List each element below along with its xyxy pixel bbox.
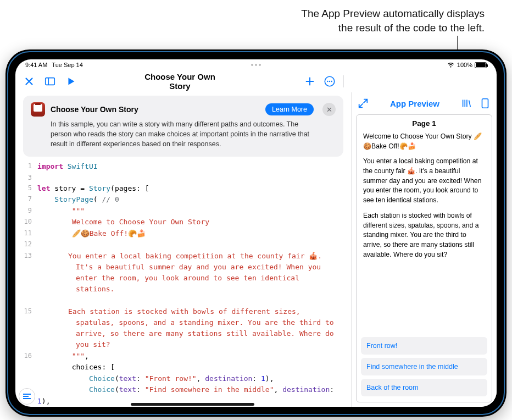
line-number: 12 — [15, 239, 37, 251]
code-line[interactable]: 15Each station is stocked with bowls of … — [15, 306, 351, 351]
sample-app-icon — [31, 102, 45, 117]
line-number: 5 — [15, 183, 37, 195]
library-icon[interactable] — [460, 97, 472, 109]
format-button[interactable] — [19, 388, 35, 405]
line-number: 9 — [15, 206, 37, 217]
line-number: 11 — [15, 228, 37, 240]
line-number: 3 — [15, 173, 37, 183]
code-source[interactable]: Choice(text: "Front row!", destination: … — [37, 373, 351, 385]
close-icon[interactable] — [23, 75, 35, 87]
svg-rect-6 — [482, 99, 488, 108]
svg-point-3 — [327, 81, 328, 82]
status-date: Tue Sep 14 — [52, 62, 82, 68]
home-indicator — [131, 403, 254, 406]
sidebar-toggle-icon[interactable] — [44, 75, 56, 87]
line-number — [15, 295, 37, 306]
code-line[interactable]: 12 — [15, 239, 351, 251]
line-number — [15, 373, 37, 385]
code-source[interactable]: import SwiftUI — [37, 161, 351, 173]
code-line[interactable] — [15, 295, 351, 306]
info-banner: Choose Your Own Story Learn More ✕ In th… — [23, 96, 343, 157]
code-source[interactable]: Welcome to Choose Your Own Story — [37, 217, 351, 228]
code-source[interactable] — [37, 295, 351, 306]
preview-paragraph: Each station is stocked with bowls of di… — [363, 211, 485, 259]
info-title: Choose Your Own Story — [51, 105, 260, 114]
code-line[interactable]: 1import SwiftUI — [15, 161, 351, 173]
code-line[interactable]: 5let story = Story(pages: [ — [15, 183, 351, 195]
preview-choice-button[interactable]: Front row! — [361, 337, 487, 355]
code-editor[interactable]: 1import SwiftUI35let story = Story(pages… — [15, 160, 351, 407]
code-line[interactable]: 3 — [15, 173, 351, 183]
toolbar-separator — [343, 75, 344, 87]
multitask-dots-icon[interactable] — [246, 64, 266, 67]
info-body: In this sample, you can write a story wi… — [31, 120, 336, 149]
code-line[interactable]: 13You enter a local baking competition a… — [15, 251, 351, 295]
status-time: 9:41 AM — [25, 62, 47, 68]
code-source[interactable] — [37, 173, 351, 183]
code-source[interactable]: """ — [37, 206, 351, 217]
main-split: Choose Your Own Story Learn More ✕ In th… — [15, 92, 497, 407]
line-number: 15 — [15, 306, 37, 351]
preview-paragraph: You enter a local baking competition at … — [363, 157, 485, 205]
line-number: 7 — [15, 194, 37, 206]
svg-point-4 — [329, 81, 330, 82]
editor-pane: Choose Your Own Story Learn More ✕ In th… — [15, 92, 351, 407]
code-source[interactable]: let story = Story(pages: [ — [37, 183, 351, 195]
code-source[interactable]: 🥖🍪Bake Off!🥐🍰 — [37, 228, 351, 240]
wifi-icon — [447, 62, 455, 68]
callout-line1: The App Preview automatically displays — [301, 8, 485, 19]
preview-title: App Preview — [390, 99, 439, 108]
dismiss-banner-button[interactable]: ✕ — [322, 103, 336, 116]
ipad-device-frame: 9:41 AM Tue Sep 14 100% Choose Your Own … — [5, 49, 507, 417]
preview-toolbar: App Preview — [352, 92, 497, 114]
code-source[interactable]: """, — [37, 351, 351, 362]
svg-rect-0 — [46, 78, 55, 85]
run-icon[interactable] — [65, 75, 77, 87]
line-number: 13 — [15, 251, 37, 295]
expand-icon[interactable] — [357, 97, 369, 109]
preview-choice-list: Front row!Find somewhere in the middleBa… — [357, 337, 492, 399]
line-number: 10 — [15, 217, 37, 228]
svg-point-5 — [331, 81, 332, 82]
preview-choice-button[interactable]: Find somewhere in the middle — [361, 358, 487, 375]
device-icon[interactable] — [479, 97, 491, 109]
preview-canvas: Page 1 Welcome to Choose Your Own Story … — [356, 114, 492, 402]
battery-icon — [475, 62, 487, 68]
code-source[interactable]: StoryPage( // 0 — [37, 194, 351, 206]
code-source[interactable] — [37, 239, 351, 251]
code-source[interactable]: Each station is stocked with bowls of di… — [37, 306, 351, 351]
code-source[interactable]: You enter a local baking competition at … — [37, 251, 351, 295]
line-number: 1 — [15, 161, 37, 173]
code-line[interactable]: Choice(text: "Front row!", destination: … — [15, 373, 351, 385]
add-icon[interactable] — [304, 75, 316, 87]
code-line[interactable]: 11 🥖🍪Bake Off!🥐🍰 — [15, 228, 351, 240]
line-number: 16 — [15, 351, 37, 362]
learn-more-button[interactable]: Learn More — [265, 103, 314, 115]
battery-percentage: 100% — [457, 62, 472, 68]
code-line[interactable]: 9 """ — [15, 206, 351, 217]
annotation-callout: The App Preview automatically displays t… — [0, 7, 485, 35]
preview-choice-button[interactable]: Back of the room — [361, 379, 487, 396]
preview-page-title: Page 1 — [357, 119, 492, 128]
editor-toolbar: Choose Your Own Story — [15, 70, 497, 92]
code-line[interactable]: 7 StoryPage( // 0 — [15, 194, 351, 206]
status-bar: 9:41 AM Tue Sep 14 100% — [15, 59, 497, 70]
code-source[interactable]: choices: [ — [37, 362, 351, 373]
callout-line2: the result of the code to the left. — [338, 22, 485, 34]
screen: 9:41 AM Tue Sep 14 100% Choose Your Own … — [15, 59, 497, 407]
document-title: Choose Your Own Story — [141, 72, 296, 91]
preview-paragraph: Welcome to Choose Your Own Story 🥖🍪Bake … — [363, 132, 485, 151]
line-number — [15, 362, 37, 373]
more-icon[interactable] — [324, 75, 336, 87]
preview-pane: App Preview Page 1 Welcome to Choose You… — [351, 92, 497, 407]
code-line[interactable]: choices: [ — [15, 362, 351, 373]
code-line[interactable]: 16 """, — [15, 351, 351, 362]
code-line[interactable]: 10 Welcome to Choose Your Own Story — [15, 217, 351, 228]
